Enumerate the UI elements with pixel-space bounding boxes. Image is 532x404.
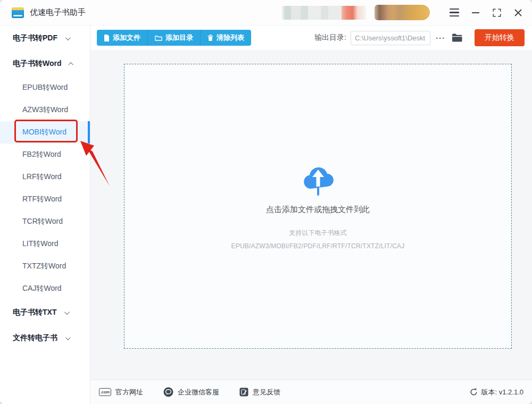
output-dir-label: 输出目录: <box>314 33 346 43</box>
dot-com-icon: .com <box>99 388 111 396</box>
sidebar-item-rtf-to-word[interactable]: RTF转Word <box>0 188 90 211</box>
dark-folder-icon <box>452 33 463 42</box>
sidebar-item-lit-to-word[interactable]: LIT转Word <box>0 233 90 255</box>
dropzone-hint: 点击添加文件或拖拽文件到此 <box>266 205 370 215</box>
sidebar-item-fb2-to-word[interactable]: FB2转Word <box>0 144 90 166</box>
sidebar-section-file-to-ebook[interactable]: 文件转电子书 <box>0 325 90 351</box>
feedback-icon <box>239 388 248 397</box>
sidebar-item-lrf-to-word[interactable]: LRF转Word <box>0 166 90 188</box>
sidebar: 电子书转PDF 电子书转Word EPUB转Word AZW3转Word MOB… <box>0 26 90 404</box>
wechat-service-icon <box>163 387 173 397</box>
folder-icon <box>155 35 162 41</box>
main-toolbar: 添加文件 添加目录 清除列表 输出目录: ··· 开始转换 <box>90 26 532 50</box>
sidebar-section-ebook-to-txt[interactable]: 电子书转TXT <box>0 300 90 325</box>
chevron-down-icon <box>65 335 71 340</box>
chevron-down-icon <box>64 309 70 315</box>
start-convert-button[interactable]: 开始转换 <box>475 29 525 46</box>
version-info: 版本: v1.2.1.0 <box>470 388 523 397</box>
official-website-label: 官方网址 <box>115 388 143 397</box>
maximize-button[interactable] <box>489 5 504 21</box>
dropzone-supported-formats: EPUB/AZW3/MOBI/FB2/PDF/LRF/RTF/TCR/TXTZ/… <box>231 242 405 250</box>
main-content: 点击添加文件或拖拽文件到此 支持以下电子书格式 EPUB/AZW3/MOBI/F… <box>90 50 532 380</box>
menu-button[interactable] <box>447 5 462 21</box>
minimize-icon <box>471 8 480 18</box>
trash-icon <box>207 35 213 41</box>
chevron-up-icon <box>68 62 73 67</box>
file-actions-group: 添加文件 添加目录 清除列表 <box>97 30 251 46</box>
redacted-text-blur <box>282 6 366 20</box>
redacted-badge-blur <box>375 5 430 20</box>
sidebar-item-azw3-to-word[interactable]: AZW3转Word <box>0 99 90 121</box>
sidebar-item-epub-to-word[interactable]: EPUB转Word <box>0 77 90 99</box>
section-label: 文件转电子书 <box>13 333 57 343</box>
titlebar: 优速电子书助手 <box>0 0 532 26</box>
app-window: 优速电子书助手 电子书转PDF 电子书转Word EPUB转Word AZ <box>0 0 532 404</box>
app-logo-icon <box>12 7 24 18</box>
close-button[interactable] <box>511 5 526 21</box>
browse-more-button[interactable]: ··· <box>435 32 446 44</box>
feedback-label: 意见反馈 <box>253 388 280 397</box>
add-folder-button[interactable]: 添加目录 <box>147 30 200 46</box>
add-file-button[interactable]: 添加文件 <box>97 30 147 46</box>
add-folder-label: 添加目录 <box>165 33 193 43</box>
section-label: 电子书转TXT <box>13 308 56 317</box>
file-dropzone[interactable]: 点击添加文件或拖拽文件到此 支持以下电子书格式 EPUB/AZW3/MOBI/F… <box>124 64 512 349</box>
hamburger-icon <box>450 9 459 16</box>
official-website-link[interactable]: .com 官方网址 <box>99 388 143 397</box>
wechat-support-link[interactable]: 企业微信客服 <box>163 387 219 397</box>
sidebar-item-txtz-to-word[interactable]: TXTZ转Word <box>0 255 90 277</box>
sidebar-item-mobi-to-word[interactable]: MOBI转Word <box>0 121 90 144</box>
section-label: 电子书转PDF <box>13 33 57 43</box>
version-label: 版本: v1.2.1.0 <box>481 388 523 397</box>
chevron-down-icon <box>65 35 71 40</box>
clear-list-button[interactable]: 清除列表 <box>200 30 251 46</box>
dropzone-supported-title: 支持以下电子书格式 <box>289 229 347 238</box>
feedback-link[interactable]: 意见反馈 <box>239 388 280 397</box>
sidebar-item-caj-to-word[interactable]: CAJ转Word <box>0 277 90 300</box>
sidebar-section-ebook-to-word[interactable]: 电子书转Word <box>0 51 90 77</box>
open-output-folder-button[interactable] <box>452 33 463 42</box>
sidebar-item-tcr-to-word[interactable]: TCR转Word <box>0 211 90 233</box>
clear-list-label: 清除列表 <box>217 33 244 43</box>
maximize-icon <box>492 8 502 18</box>
output-dir-input[interactable] <box>351 31 430 45</box>
refresh-icon[interactable] <box>470 388 478 396</box>
file-icon <box>104 35 110 41</box>
wechat-support-label: 企业微信客服 <box>178 388 219 397</box>
app-title: 优速电子书助手 <box>30 7 86 18</box>
close-icon <box>514 9 522 17</box>
section-label: 电子书转Word <box>13 59 62 69</box>
add-file-label: 添加文件 <box>113 33 140 43</box>
cloud-upload-icon <box>298 163 338 197</box>
output-settings: 输出目录: ··· 开始转换 <box>314 29 525 46</box>
sidebar-section-ebook-to-pdf[interactable]: 电子书转PDF <box>0 26 90 51</box>
minimize-button[interactable] <box>468 5 483 21</box>
footer: .com 官方网址 企业微信客服 意见反馈 版本: v1.2.1 <box>90 380 532 404</box>
